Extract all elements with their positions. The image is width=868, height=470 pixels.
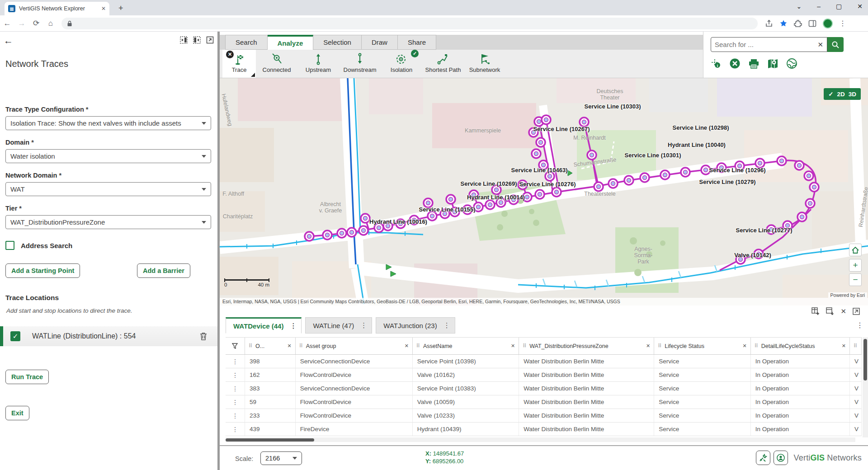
table-row[interactable]: ⋮233FlowControlDeviceValve (10233)Water … [226,409,862,423]
domain-select[interactable]: Water isolation [5,149,211,163]
trash-icon[interactable] [199,332,208,341]
panel-back-icon[interactable]: ← [4,35,13,46]
tool-subnetwork[interactable]: Subnetwork [464,50,505,78]
zoom-out-button[interactable]: − [849,273,862,286]
trace-location-item[interactable]: ✓ WATLine (DistributionLine) : 554 [0,326,217,346]
add-barrier-button[interactable]: Add a Barrier [137,263,190,278]
horizontal-scrollbar[interactable] [226,437,855,442]
column-header-partial[interactable]: ⠿ [850,338,862,354]
print-icon[interactable] [748,58,760,69]
dock-left-icon[interactable] [180,36,188,44]
export-table-icon[interactable] [826,307,834,315]
network-domain-select[interactable]: WAT [5,182,211,196]
address-search-checkbox[interactable] [5,241,14,250]
vscroll-thumb[interactable] [863,339,867,381]
tab-share[interactable]: Share [398,35,436,50]
results-tab-watdevice[interactable]: WATDevice (44)⋮ [226,317,302,334]
new-tab-button[interactable]: + [118,4,123,13]
window-maximize-icon[interactable]: ▢ [836,3,842,10]
map-bookmark-icon[interactable] [767,58,778,69]
tab-selection[interactable]: Selection [313,35,362,50]
address-bar[interactable] [61,18,758,29]
remove-column-icon[interactable]: ✕ [405,343,409,349]
table-row[interactable]: ⋮162FlowControlDeviceValve (10162)Water … [226,368,862,382]
run-trace-button[interactable]: Run Trace [5,370,49,384]
tool-shortest-path[interactable]: Shortest Path [422,50,464,78]
window-close-icon[interactable]: ✕ [857,3,863,10]
table-row[interactable]: ⋮59FlowControlDeviceValve (10059)Water D… [226,395,862,409]
exit-button[interactable]: Exit [5,406,29,420]
user-button[interactable] [774,451,788,465]
profile-avatar[interactable] [823,19,833,28]
row-menu-icon[interactable]: ⋮ [226,423,245,436]
share-icon[interactable] [765,19,773,28]
browser-tab[interactable]: ▦ VertiGIS Network Explorer ✕ [5,2,109,15]
side-panel-icon[interactable] [808,19,816,28]
search-input[interactable] [715,41,817,48]
map-home-button[interactable] [849,244,862,256]
remove-column-icon[interactable]: ✕ [646,343,650,349]
filter-icon[interactable] [226,338,245,354]
tool-connected[interactable]: Connected [256,50,297,78]
globe-icon[interactable] [786,58,797,69]
row-menu-icon[interactable]: ⋮ [226,355,245,368]
results-tab-watjunction[interactable]: WATJunction (23)⋮ [376,317,455,334]
column-header[interactable]: ⠿WAT_DistributionPressureZone✕ [519,338,654,354]
trace-item-checkbox[interactable]: ✓ [10,331,20,341]
tab-menu-icon[interactable]: ⋮ [360,321,367,329]
drag-handle-icon[interactable]: ⠿ [658,343,661,349]
row-menu-icon[interactable]: ⋮ [226,368,245,381]
row-menu-icon[interactable]: ⋮ [226,382,245,395]
add-starting-point-button[interactable]: Add a Starting Point [5,263,80,278]
home-icon[interactable]: ⌂ [43,19,58,28]
drag-handle-icon[interactable]: ⠿ [299,343,302,349]
tab-draw[interactable]: Draw [362,35,398,50]
row-menu-icon[interactable]: ⋮ [226,409,245,422]
tier-select[interactable]: WAT_DistributionPressureZone [5,215,211,229]
zoom-in-button[interactable]: + [849,259,862,272]
tab-search[interactable]: Search [225,35,268,50]
results-tab-watline[interactable]: WATLine (47)⋮ [305,317,372,334]
trace-type-select[interactable]: Isolation Trace: Show the next valves wi… [5,116,211,130]
search-box[interactable]: ✕ [711,37,827,52]
column-header[interactable]: ⠿AssetName✕ [413,338,519,354]
table-row[interactable]: ⋮439FireDeviceHydrant (10439)Water Distr… [226,423,862,436]
tab-close-icon[interactable]: ✕ [101,5,106,12]
cancel-icon[interactable] [729,58,741,69]
remove-column-icon[interactable]: ✕ [742,343,746,349]
dock-right-icon[interactable] [193,36,201,44]
browser-menu-icon[interactable]: ⋮ [839,19,846,28]
tools-button[interactable] [756,451,770,465]
open-results-new-icon[interactable] [853,308,860,315]
window-menu-icon[interactable]: ⌄ [797,3,802,10]
results-overflow-menu-icon[interactable]: ⋮ [856,321,863,329]
drag-handle-icon[interactable]: ⠿ [755,343,758,349]
tool-upstream[interactable]: Upstream [297,50,339,78]
column-header[interactable]: ⠿Lifecycle Status✕ [654,338,750,354]
bookmark-star-icon[interactable] [779,19,788,28]
column-header[interactable]: ⠿DetailLifeCycleStatus✕ [751,338,850,354]
map-view[interactable]: Service Line (10303)Service Line (10267)… [220,78,868,306]
identify-icon[interactable]: i [711,58,722,69]
vertical-scrollbar[interactable] [863,337,868,437]
hscroll-thumb[interactable] [226,438,314,442]
add-to-selection-icon[interactable] [811,307,820,315]
column-header[interactable]: ⠿Asset group✕ [296,338,413,354]
window-minimize-icon[interactable]: – [817,3,821,10]
remove-column-icon[interactable]: ✕ [287,343,291,349]
remove-column-icon[interactable]: ✕ [842,343,846,349]
open-in-new-window-icon[interactable] [206,36,214,44]
tab-menu-icon[interactable]: ⋮ [290,322,297,330]
row-menu-icon[interactable]: ⋮ [226,395,245,409]
table-row[interactable]: ⋮398ServiceConnectionDeviceService Point… [226,355,862,368]
drag-handle-icon[interactable]: ⠿ [523,343,526,349]
column-header[interactable]: ⠿O...✕ [245,338,296,354]
tab-menu-icon[interactable]: ⋮ [443,321,450,329]
search-clear-icon[interactable]: ✕ [817,41,823,49]
remove-column-icon[interactable]: ✕ [511,343,515,349]
forward-icon[interactable]: → [14,19,29,28]
2d-3d-toggle[interactable]: ✓ 2D 3D [824,88,861,100]
scale-select[interactable]: 2166 [260,451,302,465]
drag-handle-icon[interactable]: ⠿ [249,343,252,349]
close-results-icon[interactable]: ✕ [840,307,846,315]
